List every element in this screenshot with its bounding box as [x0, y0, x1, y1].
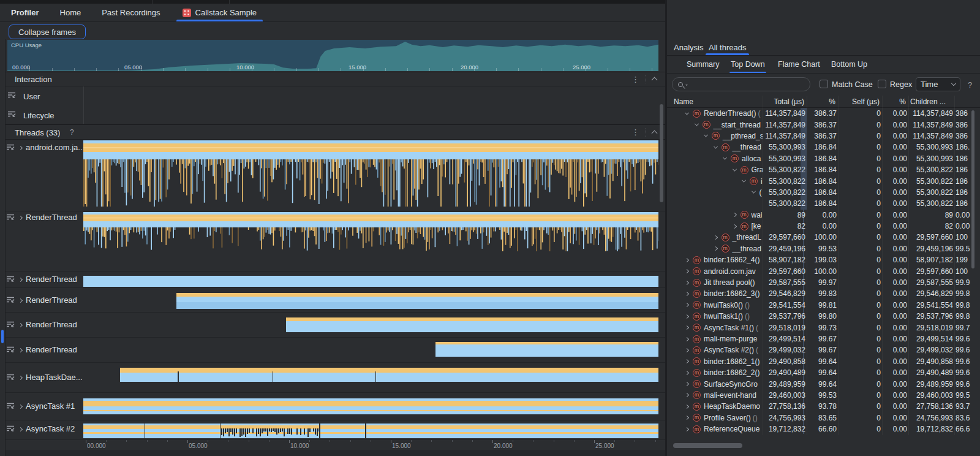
column-header-children[interactable]: Children ...: [908, 96, 954, 107]
chevron-right-icon[interactable]: [685, 258, 689, 262]
track-expand-icon[interactable]: [6, 144, 15, 153]
chevron-right-icon[interactable]: [685, 325, 689, 330]
collapse-frames-button[interactable]: Collapse frames: [9, 25, 86, 39]
table-row[interactable]: mhwuiTask1()()29,537,79699.8000.0029,537…: [667, 311, 980, 322]
time-dropdown[interactable]: Time: [916, 77, 960, 91]
table-row[interactable]: mJit thread pool()29,587,55599.9700.0029…: [667, 277, 980, 288]
tab-all-threads[interactable]: All threads: [709, 39, 746, 55]
tab-past-recordings[interactable]: Past Recordings: [102, 8, 160, 17]
chevron-right-icon[interactable]: [685, 405, 689, 409]
flame-chart[interactable]: [83, 140, 658, 207]
table-row[interactable]: mbinder:16862_3()29,546,82999.8300.0029,…: [667, 288, 980, 299]
thread-track-1[interactable]: RenderThread: [0, 211, 665, 272]
threads-collapse-icon[interactable]: [652, 130, 658, 136]
table-row[interactable]: mandroid.com.jav29,597,660100.0000.0029,…: [667, 265, 980, 276]
chevron-right-icon[interactable]: [713, 246, 717, 251]
chevron-right-icon[interactable]: [685, 281, 689, 285]
table-row[interactable]: mmali-mem-purge29,499,51499.6700.0029,49…: [667, 333, 980, 344]
subtab-flame-chart[interactable]: Flame Chart: [778, 56, 820, 73]
chevron-right-icon[interactable]: [685, 336, 689, 341]
chevron-down-icon[interactable]: [751, 189, 755, 194]
thread-state-bar[interactable]: [83, 424, 658, 438]
chevron-right-icon[interactable]: [732, 213, 736, 217]
chevron-down-icon[interactable]: [713, 144, 717, 148]
table-row[interactable]: mAsyncTask #1()(29,518,01999.7300.0029,5…: [667, 322, 980, 333]
chevron-right-icon[interactable]: [685, 382, 689, 386]
track-expand-icon[interactable]: [6, 374, 15, 383]
chevron-right-icon[interactable]: [18, 376, 23, 380]
thread-track-0[interactable]: android.com.ja...: [0, 140, 665, 211]
thread-track-8[interactable]: AsyncTask #2: [0, 420, 665, 440]
table-row[interactable]: mProfile Saver()()24,756,99383.6500.0024…: [667, 412, 980, 424]
table-row[interactable]: mHeapTaskDaemo27,758,13693.7800.0027,758…: [667, 401, 980, 412]
thread-track-7[interactable]: AsyncTask #1: [0, 393, 665, 420]
thread-state-bar[interactable]: [435, 342, 658, 357]
interaction-collapse-icon[interactable]: [652, 77, 658, 83]
threads-scrollbar[interactable]: [660, 104, 663, 202]
table-vertical-scrollbar[interactable]: [971, 110, 974, 268]
table-row[interactable]: m__thread55,300,993186.8400.0055,300,993…: [667, 142, 980, 153]
table-row[interactable]: mwai890.0000.00890.00: [667, 210, 980, 221]
thread-state-bar[interactable]: [83, 276, 658, 287]
thread-track-3[interactable]: RenderThread: [0, 288, 665, 313]
search-help-icon[interactable]: ?: [968, 80, 972, 89]
thread-state-bar[interactable]: [83, 398, 658, 414]
table-row[interactable]: mSurfaceSyncGro29,489,95999.6400.0029,48…: [667, 378, 980, 389]
column-header-total[interactable]: Total (µs): [763, 96, 807, 107]
thread-state-bar[interactable]: [286, 317, 658, 332]
table-row[interactable]: 55,300,822186.8400.0055,300,822186: [667, 198, 980, 209]
column-header-name[interactable]: Name: [667, 96, 763, 107]
chevron-down-icon[interactable]: [685, 110, 689, 115]
chevron-right-icon[interactable]: [18, 216, 23, 220]
interaction-row-lifecycle[interactable]: Lifecycle: [0, 105, 665, 124]
table-row[interactable]: mbinder:16862_2()29,490,48999.6400.0029,…: [667, 367, 980, 378]
chevron-down-icon[interactable]: [732, 167, 736, 171]
track-expand-icon[interactable]: [6, 276, 15, 285]
tab-analysis[interactable]: Analysis: [674, 39, 703, 55]
table-row[interactable]: mAsyncTask #2()(29,499,03299.6700.0029,4…: [667, 344, 980, 355]
thread-track-2[interactable]: RenderThread: [0, 272, 665, 288]
interaction-kebab-icon[interactable]: ⋮: [631, 75, 639, 84]
table-row[interactable]: mhwuiTask0()()29,541,55499.8100.0029,541…: [667, 300, 980, 311]
chevron-right-icon[interactable]: [18, 278, 23, 282]
table-row[interactable]: mi55,300,822186.8400.0055,300,822186: [667, 175, 980, 186]
chevron-down-icon[interactable]: [742, 178, 746, 183]
tab-home[interactable]: Home: [60, 8, 81, 17]
chevron-right-icon[interactable]: [713, 235, 717, 240]
chevron-right-icon[interactable]: [685, 427, 689, 431]
table-row[interactable]: m[ke820.0000.00820.00: [667, 221, 980, 232]
track-expand-icon[interactable]: [6, 321, 15, 330]
search-input[interactable]: [688, 80, 810, 89]
track-expand-icon[interactable]: [6, 403, 15, 412]
chevron-right-icon[interactable]: [18, 405, 23, 409]
column-header-total-pct[interactable]: %: [807, 96, 838, 107]
column-header-self-pct[interactable]: %: [882, 96, 908, 107]
table-row[interactable]: mbinder:16862_1()29,490,85899.6400.0029,…: [667, 356, 980, 367]
track-expand-icon[interactable]: [6, 425, 15, 435]
chevron-right-icon[interactable]: [18, 323, 23, 327]
search-box[interactable]: [672, 77, 810, 91]
chevron-right-icon[interactable]: [685, 292, 689, 296]
chevron-right-icon[interactable]: [685, 359, 689, 363]
track-expand-icon[interactable]: [6, 346, 15, 355]
chevron-right-icon[interactable]: [18, 427, 23, 431]
thread-track-6[interactable]: HeapTaskDae...: [0, 363, 665, 393]
thread-track-5[interactable]: RenderThread: [0, 338, 665, 363]
chevron-right-icon[interactable]: [685, 269, 689, 273]
column-header-self[interactable]: Self (µs): [838, 96, 882, 107]
chevron-down-icon[interactable]: [694, 122, 698, 126]
chevron-down-icon[interactable]: [723, 156, 727, 160]
table-row[interactable]: m__pthread_s114,357,849386.3700.00114,35…: [667, 131, 980, 142]
table-row[interactable]: m__start_thread114,357,849386.3700.00114…: [667, 119, 980, 130]
thread-track-4[interactable]: RenderThread: [0, 313, 665, 338]
interaction-row-user[interactable]: User: [0, 86, 665, 105]
chevron-right-icon[interactable]: [18, 146, 23, 150]
table-row[interactable]: mGra55,300,822186.8400.0055,300,822186: [667, 164, 980, 175]
chevron-right-icon[interactable]: [685, 314, 689, 319]
thread-state-bar[interactable]: [176, 293, 658, 309]
track-expand-icon[interactable]: [7, 110, 16, 120]
table-row[interactable]: mRenderThread()(114,357,849386.3700.0011…: [667, 108, 980, 119]
chevron-right-icon[interactable]: [685, 371, 689, 375]
chevron-right-icon[interactable]: [18, 298, 23, 303]
chevron-right-icon[interactable]: [685, 393, 689, 397]
